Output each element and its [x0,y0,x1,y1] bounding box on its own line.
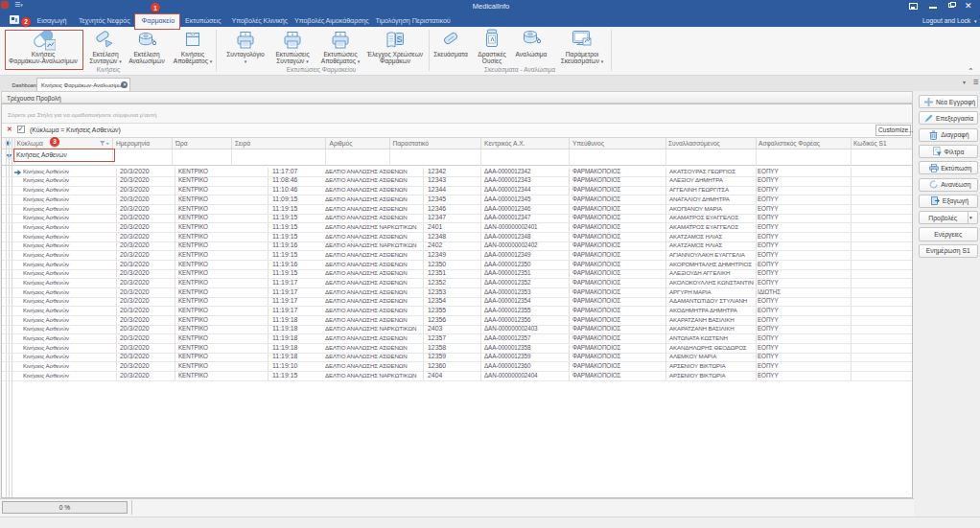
svg-text:S: S [396,34,402,44]
